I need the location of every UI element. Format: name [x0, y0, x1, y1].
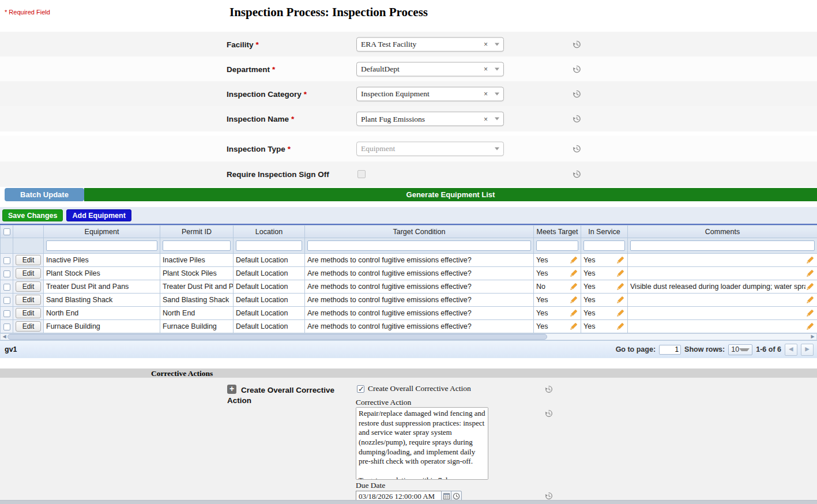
batch-update-button[interactable]: Batch Update: [5, 188, 84, 201]
edit-button[interactable]: Edit: [16, 308, 41, 318]
inspection-category-dropdown[interactable]: Inspection Equipment ×: [356, 86, 504, 101]
column-header-equipment[interactable]: Equipment: [44, 225, 160, 238]
inspection-type-value: Equipment: [361, 144, 495, 153]
corrective-actions-body: +Create Overall Corrective Action Create…: [0, 378, 817, 500]
previous-page-button[interactable]: ◀: [785, 344, 797, 356]
edit-pencil-icon[interactable]: [805, 295, 815, 304]
clear-icon[interactable]: ×: [484, 115, 488, 122]
history-icon[interactable]: [572, 144, 582, 153]
history-icon[interactable]: [572, 114, 582, 124]
history-icon[interactable]: [544, 385, 554, 394]
chevron-down-icon[interactable]: [495, 118, 499, 121]
facility-dropdown[interactable]: ERA Test Facility ×: [356, 37, 504, 51]
row-range-label: 1-6 of 6: [756, 345, 781, 353]
row-checkbox[interactable]: [3, 310, 10, 317]
scrollbar-thumb[interactable]: [7, 334, 547, 340]
clear-icon[interactable]: ×: [484, 41, 488, 48]
edit-pencil-icon[interactable]: [616, 295, 625, 304]
form-row-inspection-name: Inspection Name* Plant Fug Emissions ×: [0, 106, 817, 131]
chevron-down-icon[interactable]: [495, 67, 499, 70]
add-equipment-button[interactable]: Add Equipment: [66, 209, 131, 221]
edit-pencil-icon[interactable]: [805, 282, 815, 291]
edit-pencil-icon[interactable]: [805, 322, 815, 331]
clear-icon[interactable]: ×: [484, 66, 488, 73]
cell-target-condition: Are methods to control fugitive emission…: [305, 320, 534, 333]
create-overall-checkbox[interactable]: [357, 385, 364, 393]
table-row: Edit Sand Blasting Shack Sand Blasting S…: [1, 294, 817, 307]
edit-button[interactable]: Edit: [16, 268, 41, 279]
row-checkbox[interactable]: [3, 297, 10, 304]
edit-pencil-icon[interactable]: [569, 269, 578, 278]
history-icon[interactable]: [572, 89, 582, 99]
column-header-target-condition[interactable]: Target Condition: [305, 225, 534, 238]
row-checkbox[interactable]: [3, 270, 10, 277]
page-size-dropdown[interactable]: 10: [728, 344, 752, 355]
filter-target-condition-input[interactable]: [307, 240, 531, 251]
inspection-type-dropdown: Equipment: [356, 141, 504, 156]
edit-pencil-icon[interactable]: [805, 309, 815, 318]
history-icon[interactable]: [544, 491, 554, 501]
edit-pencil-icon[interactable]: [616, 269, 625, 278]
edit-pencil-icon[interactable]: [805, 255, 815, 265]
cell-in-service: Yes: [583, 322, 616, 330]
history-icon[interactable]: [572, 64, 582, 74]
cell-equipment: Plant Stock Piles: [44, 267, 160, 280]
edit-button[interactable]: Edit: [16, 295, 41, 305]
filter-meets-target-input[interactable]: [536, 240, 578, 251]
save-changes-button[interactable]: Save Changes: [2, 209, 63, 221]
row-checkbox[interactable]: [3, 284, 10, 291]
clear-icon[interactable]: ×: [484, 91, 488, 97]
corrective-action-textarea[interactable]: Repair/replace damaged wind fencing and …: [356, 407, 488, 480]
edit-button[interactable]: Edit: [16, 281, 41, 292]
edit-pencil-icon[interactable]: [569, 255, 578, 265]
column-header-comments[interactable]: Comments: [628, 225, 817, 238]
require-sign-off-checkbox[interactable]: [357, 170, 366, 178]
grid-footer: gv1 Go to page: Show rows: 10 1-6 of 6 ◀…: [0, 340, 817, 358]
inspection-name-dropdown[interactable]: Plant Fug Emissions ×: [356, 112, 504, 126]
edit-pencil-icon[interactable]: [569, 295, 578, 304]
filter-permit-id-input[interactable]: [163, 240, 231, 251]
batch-bar: Batch Update Generate Equipment List: [0, 188, 817, 201]
next-page-button[interactable]: ▶: [801, 344, 814, 356]
edit-pencil-icon[interactable]: [616, 282, 625, 291]
column-header-in-service[interactable]: In Service: [581, 225, 628, 238]
row-checkbox[interactable]: [3, 257, 10, 264]
cell-in-service: Yes: [583, 269, 616, 277]
scroll-right-arrow-icon[interactable]: ▶: [809, 334, 816, 340]
edit-button[interactable]: Edit: [16, 321, 41, 332]
bottom-section-divider: [0, 500, 817, 504]
chevron-down-icon[interactable]: [495, 92, 499, 95]
go-to-page-label: Go to page:: [616, 345, 656, 353]
history-icon[interactable]: [572, 170, 582, 179]
column-header-meets-target[interactable]: Meets Target: [534, 225, 581, 238]
generate-equipment-list-button[interactable]: Generate Equipment List: [84, 188, 817, 201]
filter-location-input[interactable]: [236, 240, 302, 251]
chevron-down-icon[interactable]: [495, 43, 499, 46]
filter-comments-input[interactable]: [630, 240, 815, 251]
edit-pencil-icon[interactable]: [616, 255, 625, 265]
history-icon[interactable]: [544, 409, 554, 418]
filter-equipment-input[interactable]: [46, 240, 157, 251]
corrective-actions-title: Corrective Actions: [151, 369, 213, 378]
select-all-checkbox[interactable]: [3, 228, 10, 235]
column-header-location[interactable]: Location: [234, 225, 305, 238]
horizontal-scrollbar[interactable]: ◀ ▶: [0, 333, 817, 340]
calendar-icon: [443, 492, 450, 500]
edit-pencil-icon[interactable]: [805, 269, 815, 278]
history-icon[interactable]: [572, 39, 582, 49]
department-dropdown[interactable]: DefaultDept ×: [356, 62, 504, 76]
page-number-input[interactable]: [659, 345, 681, 355]
filter-in-service-input[interactable]: [583, 240, 625, 251]
require-sign-off-label: Require Inspection Sign Off: [227, 170, 329, 179]
edit-pencil-icon[interactable]: [569, 282, 578, 291]
edit-button[interactable]: Edit: [16, 255, 41, 265]
column-header-permit-id[interactable]: Permit ID: [160, 225, 234, 238]
select-all-header[interactable]: [1, 225, 13, 238]
expand-plus-icon[interactable]: +: [227, 385, 236, 394]
edit-pencil-icon[interactable]: [569, 322, 578, 331]
edit-pencil-icon[interactable]: [616, 309, 625, 318]
edit-pencil-icon[interactable]: [569, 309, 578, 318]
row-checkbox[interactable]: [3, 324, 10, 330]
edit-pencil-icon[interactable]: [616, 322, 625, 331]
cell-permit-id: Plant Stock Piles: [160, 267, 234, 280]
